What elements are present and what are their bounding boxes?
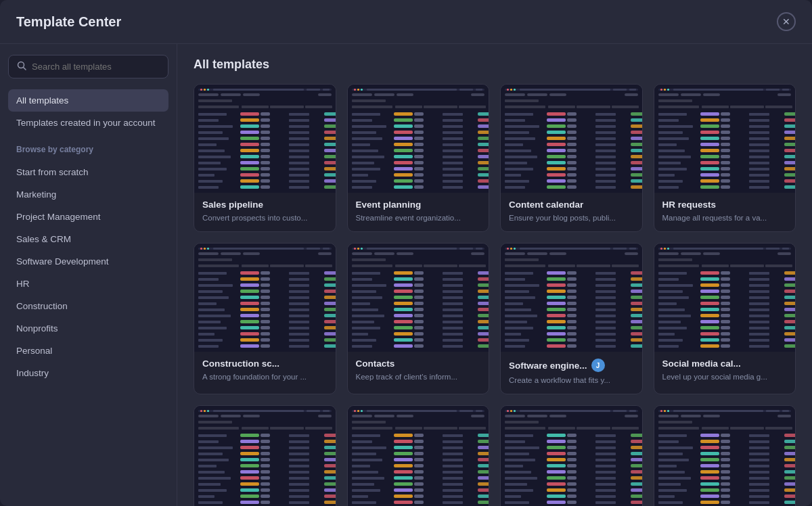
template-thumbnail	[194, 244, 336, 352]
template-card-hr-requests[interactable]: HR requestsManage all requests for a va.…	[654, 84, 796, 232]
template-thumbnail	[501, 406, 642, 506]
template-name: Sales pipeline	[202, 200, 328, 210]
template-center-modal: Template Center ✕ All templatesTemplates…	[0, 0, 812, 506]
template-info: ContactsKeep track of client's inform...	[348, 352, 489, 390]
template-thumbnail	[501, 85, 642, 193]
modal-body: All templatesTemplates created in your a…	[0, 44, 812, 506]
sidebar-item-all[interactable]: All templates	[8, 89, 168, 112]
template-card-software-eng[interactable]: Software engine...JCreate a workflow tha…	[500, 243, 643, 394]
avatar: J	[591, 359, 605, 372]
search-icon	[17, 61, 26, 72]
template-name: Social media cal...	[662, 359, 788, 369]
template-description: Streamline event organizatio...	[356, 212, 481, 223]
template-card-content-calendar[interactable]: Content calendarEnsure your blog posts, …	[500, 84, 643, 232]
template-description: A strong foundation for your ...	[202, 371, 328, 382]
template-thumbnail	[348, 85, 489, 193]
template-description: Convert prospects into custo...	[202, 212, 328, 223]
template-name: Software engine...J	[509, 359, 634, 372]
sidebar-item-software[interactable]: Software Development	[8, 250, 168, 273]
template-thumbnail	[654, 406, 796, 506]
template-card-row9-2[interactable]	[347, 405, 490, 506]
template-description: Ensure your blog posts, publi...	[509, 212, 634, 223]
template-card-construction-sc[interactable]: Construction sc...A strong foundation fo…	[194, 243, 336, 394]
template-name: Content calendar	[509, 200, 634, 210]
nav-items: All templatesTemplates created in your a…	[8, 89, 168, 134]
search-box[interactable]	[8, 55, 168, 78]
sidebar-item-hr[interactable]: HR	[8, 273, 168, 295]
browse-category-label: Browse by category	[8, 138, 168, 157]
sidebar-item-industry[interactable]: Industry	[8, 362, 168, 384]
section-title: All templates	[194, 58, 796, 72]
template-thumbnail	[654, 244, 796, 352]
templates-grid: Sales pipelineConvert prospects into cus…	[194, 84, 796, 506]
template-thumbnail	[654, 85, 796, 193]
close-icon: ✕	[782, 16, 790, 27]
sidebar: All templatesTemplates created in your a…	[0, 44, 177, 506]
template-thumbnail	[194, 406, 336, 506]
template-card-row9-3[interactable]	[500, 405, 643, 506]
template-info: Construction sc...A strong foundation fo…	[194, 352, 336, 390]
template-card-sales-pipeline[interactable]: Sales pipelineConvert prospects into cus…	[194, 84, 336, 232]
template-name: Event planning	[356, 200, 481, 210]
template-info: Event planningStreamline event organizat…	[348, 193, 489, 231]
close-button[interactable]: ✕	[777, 12, 796, 31]
template-info: Sales pipelineConvert prospects into cus…	[194, 193, 336, 231]
template-name: Contacts	[356, 359, 481, 369]
template-thumbnail	[348, 244, 489, 352]
sidebar-item-scratch[interactable]: Start from scratch	[8, 161, 168, 183]
template-card-row9-4[interactable]	[654, 405, 796, 506]
template-info: Content calendarEnsure your blog posts, …	[501, 193, 642, 231]
sidebar-item-account[interactable]: Templates created in your account	[8, 112, 168, 134]
sidebar-item-nonprofits[interactable]: Nonprofits	[8, 317, 168, 340]
template-card-social-media-cal[interactable]: Social media cal...Level up your social …	[654, 243, 796, 394]
modal-header: Template Center ✕	[0, 0, 812, 44]
template-card-row9-1[interactable]	[194, 405, 336, 506]
search-input[interactable]	[32, 62, 160, 72]
sidebar-item-personal[interactable]: Personal	[8, 340, 168, 362]
template-thumbnail	[348, 406, 489, 506]
template-name: HR requests	[662, 200, 788, 210]
template-card-contacts[interactable]: ContactsKeep track of client's inform...	[347, 243, 490, 394]
sidebar-item-marketing[interactable]: Marketing	[8, 183, 168, 206]
template-info: Software engine...JCreate a workflow tha…	[501, 352, 642, 394]
svg-line-1	[24, 68, 26, 70]
category-items: Start from scratchMarketingProject Manag…	[8, 161, 168, 384]
template-description: Keep track of client's inform...	[356, 371, 481, 382]
template-thumbnail	[501, 244, 642, 352]
template-description: Manage all requests for a va...	[662, 212, 788, 223]
template-info: Social media cal...Level up your social …	[654, 352, 796, 390]
sidebar-item-project[interactable]: Project Management	[8, 206, 168, 228]
template-info: HR requestsManage all requests for a va.…	[654, 193, 796, 231]
main-content: All templates	[177, 44, 812, 506]
sidebar-item-construction[interactable]: Construction	[8, 295, 168, 317]
template-description: Create a workflow that fits y...	[509, 375, 634, 386]
sidebar-item-sales[interactable]: Sales & CRM	[8, 228, 168, 250]
modal-title: Template Center	[16, 14, 121, 30]
template-name: Construction sc...	[202, 359, 328, 369]
template-card-event-planning[interactable]: Event planningStreamline event organizat…	[347, 84, 490, 232]
template-thumbnail	[194, 85, 336, 193]
template-description: Level up your social media g...	[662, 371, 788, 382]
